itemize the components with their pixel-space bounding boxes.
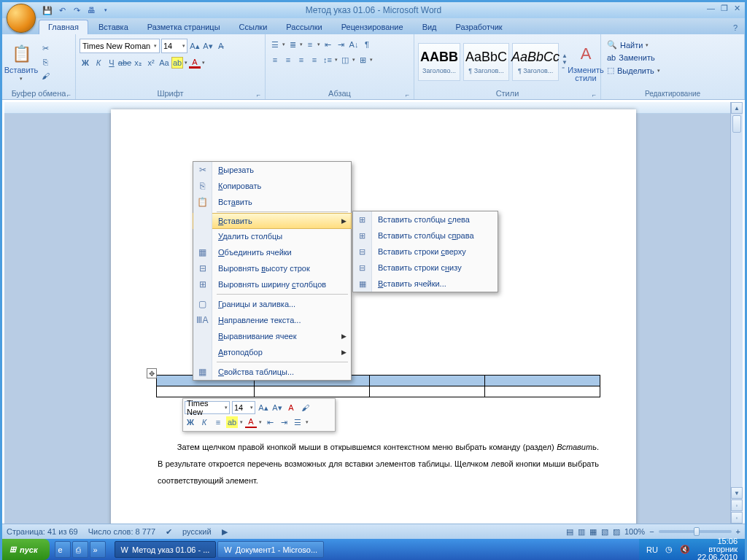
menu-item[interactable]: ▦Свойства таблицы... [193,364,351,380]
dialog-launcher-icon[interactable]: ⌐ [257,91,260,98]
zoom-value[interactable]: 100% [624,527,645,536]
style-item[interactable]: AaBbCc¶ Заголов... [512,43,559,81]
numbering-icon[interactable]: ≣ [287,39,298,50]
scroll-down-icon[interactable]: ▼ [731,487,743,499]
minimize-button[interactable]: — [707,4,715,13]
view-web-icon[interactable]: ▦ [589,527,597,537]
tab-insert[interactable]: Вставка [90,20,137,34]
view-print-icon[interactable]: ▤ [566,527,573,537]
mini-bold-button[interactable]: Ж [185,416,196,428]
undo-icon[interactable]: ↶ [56,4,68,16]
showmarks-icon[interactable]: ¶ [361,39,373,50]
mini-center-icon[interactable]: ≡ [212,416,224,428]
tray-clock[interactable]: 15:06 вторник 22.06.2010 [697,537,738,560]
quickprint-icon[interactable]: 🖶 [85,4,97,16]
menu-item[interactable]: ▦Вставить ячейки... [353,276,498,292]
menu-item[interactable]: ⊟Вставить строки снизу [353,260,498,276]
mini-indent-icon[interactable]: ⇥ [278,416,290,428]
menu-item[interactable]: ⅢAНаправление текста... [193,312,351,328]
next-page-icon[interactable]: ◦ [731,512,743,524]
qat-more-icon[interactable]: ▾ [100,4,112,16]
shrink-font-icon[interactable]: A▾ [202,40,214,52]
page-indicator[interactable]: Страница: 41 из 69 [7,527,78,536]
prev-page-icon[interactable]: ◦ [731,499,743,511]
dialog-launcher-icon[interactable]: ⌐ [406,91,409,98]
mini-styles-icon[interactable]: A [285,402,297,413]
mini-highlight-icon[interactable]: ab [226,416,238,428]
mini-grow-icon[interactable]: A▴ [258,402,269,413]
bullets-icon[interactable]: ☰ [269,39,281,50]
menu-item[interactable]: 📋Вставить [193,194,351,210]
menu-item[interactable]: ⊟Вставить строки сверху [353,244,498,260]
quicklaunch-item[interactable]: » [90,541,106,558]
taskbar-item[interactable]: WМетод указ 01.06 - ... [115,541,217,558]
tab-view[interactable]: Вид [414,20,446,34]
quicklaunch-ie-icon[interactable]: e [55,541,71,558]
copy-icon[interactable]: ⎘ [39,56,51,68]
changecase-button[interactable]: Aa [158,57,170,69]
mini-font-combo[interactable]: Times New▾ [185,401,230,414]
save-icon[interactable]: 💾 [42,4,53,16]
tab-review[interactable]: Рецензирование [333,20,412,34]
menu-item[interactable]: Автоподбор▶ [193,344,351,360]
mini-shrink-icon[interactable]: A▾ [271,402,283,413]
font-name-combo[interactable]: Times New Roman▾ [80,39,160,53]
linespacing-icon[interactable]: ↕≡ [322,54,333,66]
clear-format-icon[interactable]: A̶ [215,40,227,52]
mini-size-combo[interactable]: 14▾ [232,401,255,414]
styles-scroll[interactable]: ▲▼⁼ [562,52,568,72]
menu-item[interactable]: ⊞Вставить столбцы справа [353,228,498,244]
maximize-button[interactable]: ❐ [721,4,728,13]
align-center-icon[interactable]: ≡ [282,54,294,66]
start-button[interactable]: ⊞пуск [2,539,50,560]
scroll-up-icon[interactable]: ▲ [731,102,743,114]
tray-lang[interactable]: RU [646,545,658,554]
replace-button[interactable]: abЗаменить [605,52,657,63]
font-size-combo[interactable]: 14▾ [161,39,187,53]
vertical-scrollbar[interactable]: ▲ ▼ ◦ ◦ [730,102,743,524]
tab-home[interactable]: Главная [39,20,88,34]
highlight-button[interactable]: ab [171,57,183,69]
strike-button[interactable]: abe [119,57,131,69]
zoom-slider[interactable] [659,530,732,533]
office-button[interactable] [7,4,36,33]
tab-pagelayout[interactable]: Разметка страницы [139,20,229,34]
body-paragraph[interactable]: Затем щелчком правой кнопкой мыши в откр… [158,438,599,489]
formatpainter-icon[interactable]: 🖌 [39,70,51,82]
subscript-button[interactable]: x₂ [132,57,144,69]
superscript-button[interactable]: x² [145,57,157,69]
tab-references[interactable]: Ссылки [231,20,276,34]
tab-mailings[interactable]: Рассылки [277,20,330,34]
taskbar-item[interactable]: WДокумент1 - Microso... [217,541,324,558]
zoom-knob[interactable] [694,527,700,536]
zoom-out-button[interactable]: − [649,527,654,536]
bold-button[interactable]: Ж [80,57,91,69]
menu-item[interactable]: ▦Объединить ячейки [193,244,351,260]
spellcheck-icon[interactable]: ✔ [166,527,172,537]
scroll-thumb[interactable] [732,115,741,133]
cut-icon[interactable]: ✂ [39,42,51,54]
language-indicator[interactable]: русский [182,527,211,536]
dedent-icon[interactable]: ⇤ [322,39,333,50]
change-styles-button[interactable]: AИзменить стили [570,40,601,84]
paste-button[interactable]: 📋 Вставить▾ [6,40,36,84]
indent-icon[interactable]: ⇥ [335,39,347,50]
tray-icon[interactable]: 🔇 [680,545,690,554]
menu-item[interactable]: ⎘Копировать [193,178,351,194]
menu-item[interactable]: Удалить столбцы [193,228,351,244]
zoom-in-button[interactable]: + [736,527,740,536]
align-right-icon[interactable]: ≡ [295,54,307,66]
menu-item[interactable]: ⊞Выровнять ширину столбцов [193,276,351,292]
fontcolor-button[interactable]: A [189,57,201,69]
mini-dedent-icon[interactable]: ⇤ [264,416,276,428]
menu-item[interactable]: Выравнивание ячеек▶ [193,328,351,344]
view-read-icon[interactable]: ▥ [578,527,585,537]
help-button[interactable]: ? [726,21,745,34]
menu-item[interactable]: ▢Границы и заливка... [193,296,351,312]
align-justify-icon[interactable]: ≡ [309,54,320,66]
table-move-handle[interactable]: ✥ [147,368,157,378]
italic-button[interactable]: К [93,57,104,69]
tab-developer[interactable]: Разработчик [447,20,511,34]
align-left-icon[interactable]: ≡ [269,54,281,66]
quicklaunch-item[interactable]: ⎙ [72,541,88,558]
